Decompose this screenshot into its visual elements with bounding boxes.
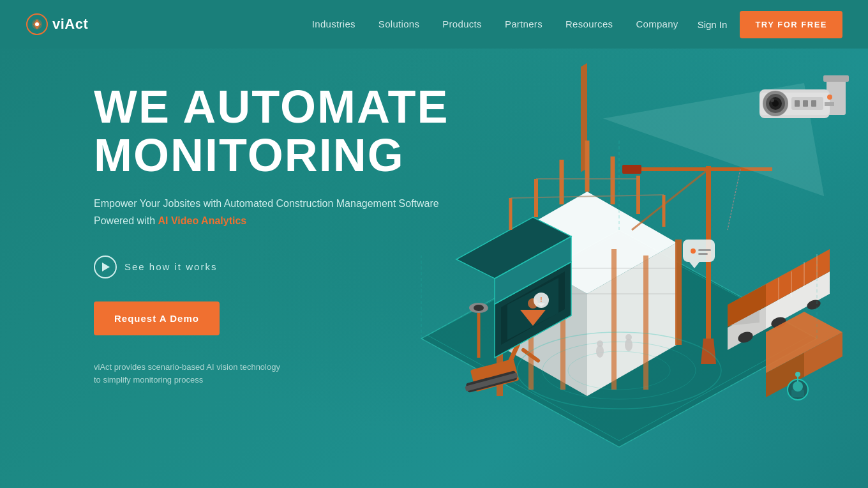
svg-point-105: [827, 95, 832, 100]
nav-link-resources[interactable]: Resources: [565, 19, 613, 29]
svg-rect-104: [825, 102, 834, 106]
security-camera: [734, 70, 849, 147]
svg-rect-101: [795, 100, 800, 107]
svg-marker-26: [701, 339, 716, 364]
svg-point-46: [793, 381, 803, 392]
nav-link-solutions[interactable]: Solutions: [378, 19, 419, 29]
hero-content: WE AUTOMATE MONITORING Empower Your Jobs…: [94, 83, 451, 387]
nav-link-company[interactable]: Company: [636, 19, 678, 29]
hero-section: WE AUTOMATE MONITORING Empower Your Jobs…: [0, 0, 868, 488]
hero-subtitle-plain: Empower Your Jobsites with Automated Con…: [94, 198, 439, 226]
nav-link-industries[interactable]: Industries: [312, 19, 355, 29]
hero-subtitle: Empower Your Jobsites with Automated Con…: [94, 195, 451, 229]
svg-point-83: [597, 340, 603, 347]
svg-point-88: [691, 248, 696, 254]
hero-subtitle-highlight: AI Video Analytics: [158, 215, 247, 226]
svg-rect-89: [698, 249, 711, 251]
svg-rect-92: [823, 75, 849, 82]
nav-item-industries[interactable]: Industries: [312, 19, 355, 30]
play-triangle-icon: [102, 263, 110, 271]
svg-rect-20: [643, 255, 648, 390]
svg-rect-102: [803, 100, 808, 107]
nav-links: Industries Solutions Products Partners R…: [312, 19, 678, 30]
svg-point-48: [795, 372, 800, 377]
nav-item-solutions[interactable]: Solutions: [378, 19, 419, 30]
request-demo-button[interactable]: Request A Demo: [94, 301, 220, 335]
hero-title: WE AUTOMATE MONITORING: [94, 83, 451, 179]
nav-item-partners[interactable]: Partners: [505, 19, 542, 30]
svg-point-85: [625, 334, 632, 340]
svg-rect-103: [811, 100, 816, 107]
nav-item-resources[interactable]: Resources: [565, 19, 613, 30]
nav-link-partners[interactable]: Partners: [505, 19, 542, 29]
hero-title-line1: WE AUTOMATE: [94, 81, 449, 132]
nav-item-company[interactable]: Company: [636, 19, 678, 30]
see-how-it-works-button[interactable]: See how it works: [94, 255, 451, 278]
hero-tagline: viAct provides scenario-based AI vision …: [94, 361, 285, 388]
svg-point-66: [474, 305, 484, 311]
hero-title-line2: MONITORING: [94, 130, 405, 181]
play-label: See how it works: [124, 261, 217, 272]
svg-marker-87: [689, 262, 700, 268]
navbar: viAct Industries Solutions Products Part…: [0, 0, 868, 49]
logo[interactable]: viAct: [26, 13, 88, 36]
nav-link-products[interactable]: Products: [442, 19, 482, 29]
logo-icon: [26, 13, 49, 36]
svg-rect-16: [675, 240, 682, 345]
svg-rect-90: [698, 253, 708, 255]
svg-rect-19: [611, 249, 617, 390]
logo-text: viAct: [52, 16, 88, 33]
nav-item-products[interactable]: Products: [442, 19, 482, 30]
svg-point-99: [770, 98, 774, 102]
try-for-free-button[interactable]: TRY FOR FREE: [740, 11, 842, 38]
play-icon: [94, 255, 117, 278]
signin-link[interactable]: Sign In: [698, 19, 728, 30]
svg-point-2: [35, 22, 39, 26]
svg-text:!: !: [540, 296, 542, 303]
